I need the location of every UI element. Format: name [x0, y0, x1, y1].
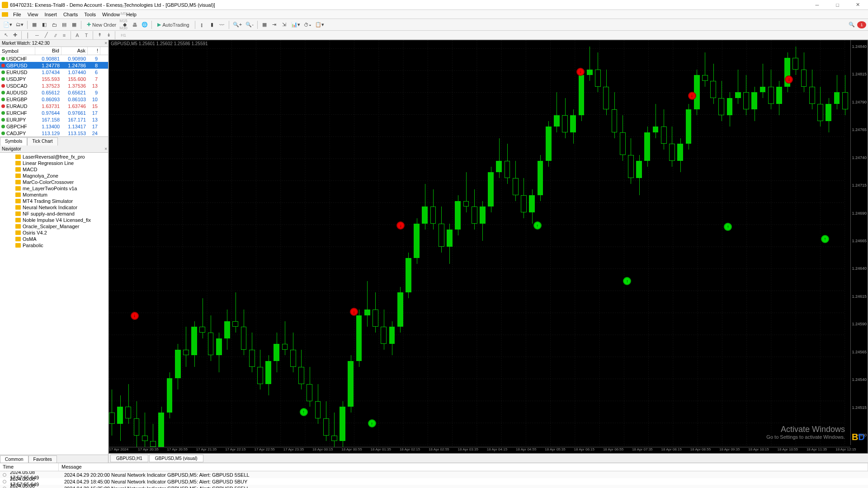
menu-insert[interactable]: Insert — [41, 11, 60, 18]
sell-signal-icon: ↓ — [785, 75, 793, 84]
navigator-icon[interactable]: 🗀 — [50, 20, 59, 29]
market-watch-row[interactable]: GBPCHF1.134001.1341717 — [0, 123, 108, 130]
chart-tab[interactable]: GBPUSD,H1 — [110, 455, 148, 462]
timeframe-m5[interactable]: M5 — [118, 10, 129, 17]
minimize-button[interactable]: ─ — [807, 0, 827, 10]
navigator-item[interactable]: Linear Regression Line — [0, 160, 108, 166]
shift-icon[interactable]: ⇥ — [270, 20, 279, 29]
autoscroll-icon[interactable]: ⇲ — [280, 20, 289, 29]
market-watch-row[interactable]: AUDUSD0.656120.656219 — [0, 89, 108, 96]
buy-signal-icon: ↑ — [623, 277, 631, 285]
window-titlebar: 69470231: Exness-Trial8 - Demo Account -… — [0, 0, 868, 10]
sell-signal-icon: ↓ — [131, 312, 139, 320]
mdi-icon — [2, 12, 8, 17]
navigator-item[interactable]: Neural Network Indicator — [0, 204, 108, 211]
vline-icon[interactable]: │ — [24, 32, 32, 39]
navigator-item[interactable]: LaserReversal@free_fx_pro — [0, 154, 108, 160]
data-window-icon[interactable]: ◧ — [40, 20, 49, 29]
text-label-icon[interactable]: T — [82, 32, 90, 39]
crosshair-icon[interactable]: ✚ — [11, 32, 19, 39]
menu-view[interactable]: View — [24, 11, 42, 18]
new-chart-icon[interactable]: 📄▾ — [2, 20, 14, 29]
cursor-icon[interactable]: ↖ — [2, 32, 10, 39]
chart-canvas[interactable]: GBPUSD,M5 1.25601 1.25602 1.25586 1.2559… — [108, 40, 868, 454]
menu-charts[interactable]: Charts — [60, 11, 81, 18]
indicators-icon[interactable]: 📊▾ — [290, 20, 302, 29]
market-watch-row[interactable]: USDCHF0.908810.908909 — [0, 55, 108, 62]
hline-icon[interactable]: ─ — [33, 32, 41, 39]
navigator-close-icon[interactable]: × — [104, 146, 107, 151]
navigator-header: Navigator × — [0, 145, 108, 153]
market-watch-row[interactable]: EURUSD1.074341.074406 — [0, 69, 108, 75]
timeframe-m1[interactable]: M1 — [118, 3, 129, 10]
chart-tab[interactable]: GBPUSD,M5 (visual) — [149, 455, 203, 462]
zoom-out-icon[interactable]: 🔍- — [244, 20, 255, 29]
market-watch-row[interactable]: CADJPY113.129113.15324 — [0, 130, 108, 136]
mw-col-spread[interactable]: ! — [88, 47, 100, 55]
navigator-item[interactable]: me_LayerTwoPoints v1a — [0, 185, 108, 192]
journal-col-time[interactable]: Time — [0, 463, 59, 471]
tab-common[interactable]: Common — [0, 455, 28, 463]
options-icon[interactable]: 🖶 — [130, 20, 139, 29]
timeframe-m15[interactable]: M15 — [118, 17, 129, 24]
navigator-item[interactable]: Oracle_Scalper_Manager — [0, 223, 108, 230]
navigator-item[interactable]: MT4 Trading Simulator — [0, 198, 108, 204]
close-button[interactable]: ✕ — [848, 0, 868, 10]
market-watch-row[interactable]: GBPUSD1.247781.247868 — [0, 62, 108, 69]
new-order-button[interactable]: ✚New Order — [84, 20, 119, 29]
tab-symbols[interactable]: Symbols — [0, 137, 27, 145]
mw-col-ask[interactable]: Ask — [61, 47, 88, 55]
templates-icon[interactable]: 📋▾ — [314, 20, 326, 29]
arrow-down-icon[interactable]: ↡ — [104, 32, 113, 39]
market-watch-row[interactable]: USDJPY155.593155.6007 — [0, 75, 108, 82]
navigator-item[interactable]: MACD — [0, 166, 108, 173]
fibo-icon[interactable]: ≡ — [60, 32, 68, 39]
navigator-item[interactable]: MarCo-ColorCrossover — [0, 179, 108, 185]
autotrading-button[interactable]: ▶AutoTrading — [154, 20, 193, 29]
candle-chart-icon[interactable]: ▮ — [208, 20, 217, 29]
timeframe-h1[interactable]: H1 — [118, 32, 129, 39]
market-watch-row[interactable]: EURCHF0.976440.9766117 — [0, 109, 108, 116]
menu-tools[interactable]: Tools — [81, 11, 99, 18]
market-watch-row[interactable]: EURJPY167.158167.17113 — [0, 116, 108, 123]
journal-col-message[interactable]: Message — [59, 463, 868, 471]
market-watch-row[interactable]: EURAUD1.637311.6374615 — [0, 103, 108, 109]
market-watch-row[interactable]: EURGBP0.860930.8610310 — [0, 96, 108, 103]
market-watch-close-icon[interactable]: × — [104, 41, 107, 46]
text-icon[interactable]: A — [73, 32, 81, 39]
zoom-in-icon[interactable]: 🔍+ — [231, 20, 243, 29]
arrow-up-icon[interactable]: ↟ — [95, 32, 104, 39]
navigator-item[interactable]: Parabolic — [0, 242, 108, 249]
navigator-tree: LaserReversal@free_fx_proLinear Regressi… — [0, 153, 108, 455]
tab-tick-chart[interactable]: Tick Chart — [27, 137, 57, 145]
refresh-icon[interactable]: 🌐 — [140, 20, 149, 29]
journal-row[interactable]: 2024.05.08 17:57:55.6492024.04.29 20:20:… — [0, 471, 868, 478]
profiles-icon[interactable]: 🗂▾ — [14, 20, 25, 29]
tile-icon[interactable]: ▦ — [260, 20, 269, 29]
navigator-item[interactable]: Noble Impulse V4 Licensed_fix — [0, 217, 108, 223]
journal-row[interactable]: 2024.05.08 17:57:55.6492024.04.29 15:25:… — [0, 485, 868, 488]
terminal-icon[interactable]: ▤ — [60, 20, 69, 29]
navigator-item[interactable]: Momentum — [0, 192, 108, 198]
navigator-item[interactable]: Magnolya_Zone — [0, 173, 108, 179]
navigator-item[interactable]: Osiris V4.2 — [0, 230, 108, 236]
tab-favorites[interactable]: Favorites — [28, 455, 57, 463]
channel-icon[interactable]: ⫽ — [51, 32, 59, 39]
market-watch-icon[interactable]: ▦ — [30, 20, 39, 29]
alert-icon[interactable]: 1 — [857, 21, 866, 28]
maximize-button[interactable]: □ — [827, 0, 848, 10]
menu-file[interactable]: File — [10, 11, 24, 18]
navigator-item[interactable]: OsMA — [0, 236, 108, 242]
mw-col-bid[interactable]: Bid — [35, 47, 61, 55]
strategy-tester-icon[interactable]: ▦ — [70, 20, 79, 29]
mw-col-symbol[interactable]: Symbol — [0, 47, 35, 55]
journal-row[interactable]: 2024.05.08 17:57:55.6492024.04.29 18:45:… — [0, 478, 868, 485]
navigator-item[interactable]: NF supply-and-demand — [0, 211, 108, 217]
search-icon[interactable]: 🔍 — [847, 20, 856, 29]
timeframe-m30[interactable]: M30 — [118, 24, 129, 32]
line-chart-icon[interactable]: 〰 — [217, 20, 226, 29]
bar-chart-icon[interactable]: ⫿ — [198, 20, 207, 29]
periods-icon[interactable]: ⏱▾ — [302, 20, 313, 29]
trendline-icon[interactable]: ╱ — [42, 32, 50, 39]
market-watch-row[interactable]: USDCAD1.375231.3753613 — [0, 82, 108, 89]
